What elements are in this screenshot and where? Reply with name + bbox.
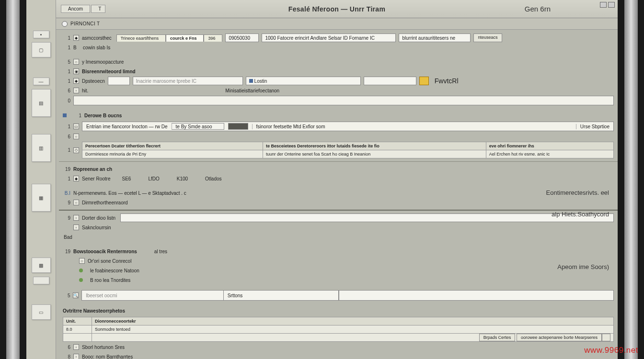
rail-icon-grid[interactable]: ▩ (32, 258, 51, 273)
side-note-c: Apeom ime Soors) (557, 263, 609, 270)
section-dot-icon (63, 113, 67, 117)
grid-h3[interactable]: eve ohri fiomnerer ihs (486, 142, 613, 150)
tab-a[interactable]: Trinece eaartifthens (116, 34, 166, 42)
search-icon: 🔍 (73, 292, 79, 298)
rail-panel-c[interactable]: ▦ (32, 184, 51, 212)
small-code-field[interactable]: 09050030 (225, 34, 259, 42)
field-c6[interactable] (120, 213, 614, 222)
item-icon: ○ (73, 200, 79, 205)
progress-readout (73, 96, 614, 105)
grid-h1[interactable]: Perecertoen Dcater tithertion flecrert (82, 142, 263, 150)
grid-h2[interactable]: te Besceietees Deretoreroors ittor lutai… (263, 142, 486, 150)
rail-icon-4[interactable]: ▭ (32, 304, 51, 320)
item-icon: ○ (73, 134, 79, 139)
tab-b[interactable]: courck e Fns (166, 34, 204, 42)
side-note-b: alp Hiets.Soathycord (552, 211, 609, 218)
maximize-button[interactable] (608, 2, 615, 8)
label-a1: y Imesmoopaccture (82, 59, 124, 65)
tab-c[interactable]: 396 (204, 34, 222, 42)
blank-field[interactable] (364, 77, 416, 85)
item-icon: ▭ (73, 123, 79, 129)
table-row[interactable]: Dormiriesce mrinoria de Pri Eny tuunr de… (82, 150, 614, 158)
search-input[interactable]: lbeerset oocmi (81, 290, 223, 301)
search-trail (339, 290, 614, 301)
window-subtitle: Gen 6rn (525, 5, 551, 13)
section-b-header: Derowe B oucns (84, 113, 122, 118)
label-a2: Bisreenrwiteoord limnd (82, 69, 136, 74)
section-d-header: Bowstoooacik Rentermrons (73, 249, 137, 254)
title-bar: Ancom T Fesalé Nferoon — Unrr Tiram Gen … (56, 0, 618, 18)
rail-panel-b[interactable]: ▥ (32, 134, 51, 162)
item-icon: ○ (73, 59, 79, 65)
lower-h1[interactable]: Unit. (63, 317, 92, 325)
item-icon: ▫ (73, 344, 79, 350)
mini-field[interactable] (108, 77, 130, 85)
rail-icon-1[interactable]: • (33, 31, 49, 38)
footer-btn-a[interactable]: Brpads Certes (479, 334, 516, 341)
item-icon: ◉ (73, 68, 79, 74)
desc-field[interactable]: Inacirie marosome tprebe IC (133, 77, 243, 85)
end-button[interactable]: nteuseacs (473, 34, 502, 42)
right-label-fwvtcrl: FwvtcRl (435, 77, 459, 85)
loc-field[interactable]: Lostin (246, 77, 361, 85)
green-dot-icon (79, 278, 83, 282)
item-icon: ○ (79, 258, 85, 264)
toolbar-tabs: Trinece eaartifthens courck e Fns 396 (116, 34, 223, 42)
bar-dark-seg (228, 123, 248, 130)
document-subheader: PIRNONCI T (56, 18, 618, 30)
bar-tab-a[interactable]: te By Smde asoo (172, 123, 224, 130)
green-dot-icon (79, 269, 83, 272)
doc-icon (62, 21, 68, 27)
item-icon: ◆ (73, 78, 79, 84)
toolbar-row-1: 1 ◆ asmccorsthec Trinece eaartifthens co… (63, 34, 614, 42)
rail-panel-a[interactable]: ▤ (32, 89, 51, 117)
item-icon: ▫ (73, 354, 79, 359)
rail-icon-3[interactable] (33, 277, 49, 284)
lower-h2[interactable]: Dionronecceoortekr (92, 317, 614, 325)
tab-t[interactable]: T (91, 5, 105, 13)
readout-a: 1000 Fatocre erincirt Andlare Selsar ID … (262, 34, 396, 42)
lower-header: Ovtritrre Nawesteorrphetos (63, 308, 125, 314)
table-row[interactable]: 8.0 Sonmodre tentoed (63, 325, 614, 334)
toolbar-row-2: 1 B cowin slab Is (63, 43, 614, 52)
readout-b: blurrint auraurititesers ne (399, 34, 471, 42)
side-note-a: Eontimerectesrivts. eel (546, 189, 610, 196)
item-icon: ▫ (73, 224, 79, 230)
window-title: Fesalé Nferoon — Unrr Tiram (288, 5, 385, 13)
field-row-dpsteoecn: 1◆ Dpsteoecn Inacirie marosome tprebe IC… (63, 77, 614, 85)
item-icon: ◇ (73, 147, 79, 153)
bullet-icon: ◆ (73, 35, 79, 41)
left-icon-rail: • ▢ — ▤ ▥ ▦ ▩ ▭ (26, 0, 56, 359)
watermark: www.9969.net (584, 346, 638, 355)
item-icon: ▫ (73, 88, 79, 93)
item-icon: ◆ (73, 176, 79, 181)
footer-btn-c[interactable] (602, 334, 610, 341)
label-c1: Ropreenue an ch (73, 167, 112, 172)
rail-icon-2[interactable]: — (33, 78, 49, 85)
search-row: 5 🔍 lbeerset oocmi Srttons (63, 290, 614, 301)
table-row[interactable]: Brpads Certes oorowee actepenaree borte … (63, 334, 614, 342)
section-b-bar: Entrian ime fiancoror Inocton — rw De te… (82, 122, 614, 131)
minimize-button[interactable] (600, 2, 607, 8)
loc-dot-icon (249, 79, 253, 83)
footer-btn-b[interactable]: oorowee actepenaree borte Mearpseres (517, 334, 602, 341)
tab-ancom[interactable]: Ancom (61, 5, 90, 13)
item-icon: ▫ (73, 215, 79, 221)
warning-badge (419, 77, 429, 85)
doc-label: PIRNONCI T (70, 21, 100, 26)
data-grid: Perecertoen Dcater tithertion flecrert t… (82, 142, 614, 158)
rail-icon-doc[interactable]: ▢ (32, 42, 51, 57)
search-hint: Srttons (224, 290, 339, 301)
lower-table: Unit. Dionronecceoortekr 8.0 Sonmodre te… (63, 317, 614, 342)
